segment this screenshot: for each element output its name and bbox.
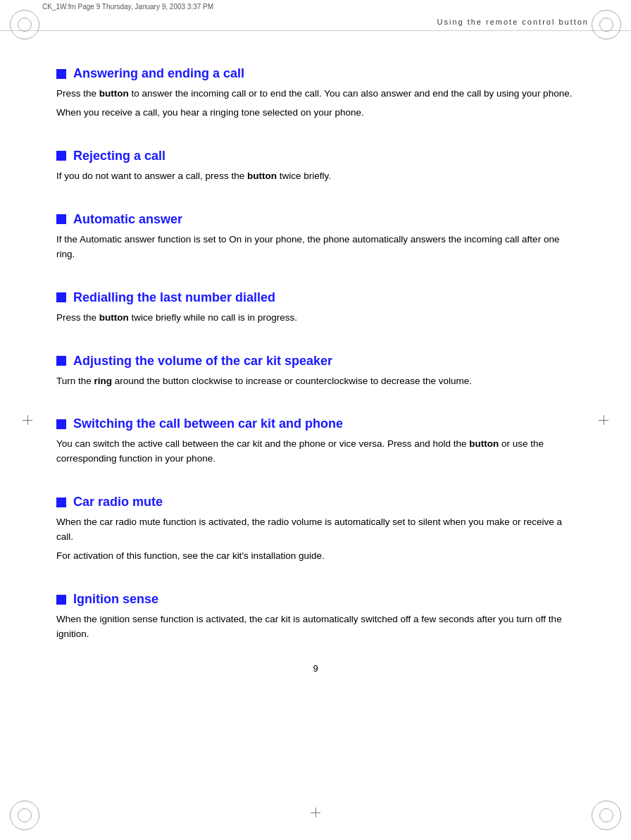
header-title: Using the remote control button [316,18,589,26]
section-title-volume: Adjusting the volume of the car kit spea… [73,354,332,369]
file-info-text: CK_1W.fm Page 9 Thursday, January 9, 200… [42,3,213,11]
section-title-answering: Answering and ending a call [73,66,244,81]
deco-circle-inner-tr [599,18,613,32]
header-bar: Using the remote control button [0,13,631,31]
section-heading-automatic: Automatic answer [56,212,575,227]
deco-circle-inner-tl [18,18,32,32]
section-title-redialling: Redialling the last number dialled [73,290,275,305]
section-heading-rejecting: Rejecting a call [56,149,575,163]
section-heading-carmute: Car radio mute [56,495,575,509]
section-title-ignition: Ignition sense [73,592,158,607]
deco-circle-bl [10,801,39,830]
section-title-switching: Switching the call between car kit and p… [73,416,343,431]
section-square-automatic [56,214,66,224]
section-square-ignition [56,595,66,605]
cross-left-center [23,415,32,425]
cross-bottom-center [311,808,320,817]
main-content: Answering and ending a call Press the bu… [56,31,575,716]
section-body-rejecting-1: If you do not want to answer a call, pre… [56,169,575,184]
section-title-rejecting: Rejecting a call [73,149,165,163]
section-body-volume-1: Turn the ring around the button clockwis… [56,374,575,389]
section-heading-answering: Answering and ending a call [56,66,575,81]
section-body-ignition-1: When the ignition sense function is acti… [56,612,575,642]
section-heading-ignition: Ignition sense [56,592,575,607]
page-container: CK_1W.fm Page 9 Thursday, January 9, 200… [0,0,631,840]
section-heading-switching: Switching the call between car kit and p… [56,416,575,431]
section-square-switching [56,419,66,429]
deco-circle-inner-br [599,808,613,822]
section-square-rejecting [56,151,66,161]
file-info: CK_1W.fm Page 9 Thursday, January 9, 200… [0,0,631,13]
section-body-switching-1: You can switch the active call between t… [56,437,575,467]
deco-circle-tr [592,10,621,39]
section-heading-redialling: Redialling the last number dialled [56,290,575,305]
section-body-carmute-1: When the car radio mute function is acti… [56,515,575,545]
section-title-automatic: Automatic answer [73,212,182,227]
section-square-carmute [56,498,66,507]
section-heading-volume: Adjusting the volume of the car kit spea… [56,354,575,369]
section-body-carmute-2: For activation of this function, see the… [56,549,575,564]
section-square-answering [56,69,66,79]
deco-circle-br [592,801,621,830]
section-square-volume [56,356,66,366]
deco-circle-tl [10,10,39,39]
section-square-redialling [56,292,66,302]
section-title-carmute: Car radio mute [73,495,163,509]
section-body-automatic-1: If the Automatic answer function is set … [56,233,575,262]
section-body-answering-2: When you receive a call, you hear a ring… [56,106,575,121]
cross-right-center [599,415,608,425]
section-body-redialling-1: Press the button twice briefly while no … [56,311,575,326]
page-number: 9 [56,663,575,674]
section-body-answering-1: Press the button to answer the incoming … [56,87,575,101]
deco-circle-inner-bl [18,808,32,822]
